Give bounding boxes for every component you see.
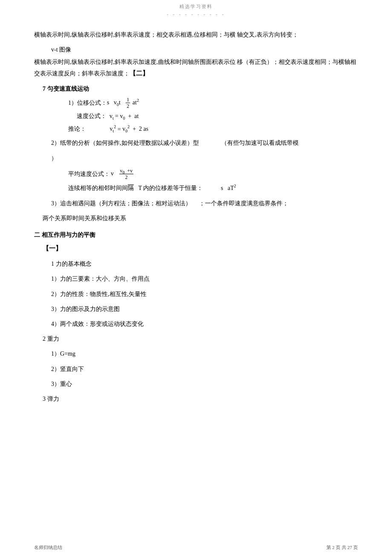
formula-displacement-block: 1）位移公式： s v0t 1 2 at2 速度公式： vt = v0 + at… [68,97,358,135]
avg-speed-block: 平均速度公式： v v0 +v 2 [68,168,358,181]
bracket-yi: 【一】 [43,243,358,254]
frac-avg: v0 +v 2 [119,168,134,181]
section7-title: 7 匀变速直线运动 [43,83,358,94]
force4: 4）两个成效：形变或运动状态变化 [51,319,358,329]
para1-text: 横轴表示时间,纵轴表示位移时,斜率表示速度；相交表示相遇,位移相同；与横 轴交叉… [34,32,298,38]
deduction-formula: vt2 = v02 + 2 as [102,123,148,135]
gravity1: 1）G=mg [51,348,358,359]
page-footer: 名师归纳总结 第 2 页 共 27 页 [34,544,358,551]
paragraph-vt: 横轴表示时间,纵轴表示位移时,斜率表示加速度,曲线和时间轴所围面积表示位 移（有… [34,57,358,79]
avg-speed-line: 平均速度公式： v v0 +v 2 [68,168,358,181]
consecutive-label: 连续相等的相邻时间间隔 T 内的位移差等于恒量： [68,185,203,191]
formula-speed-line: 速度公式： vt = v0 + at [77,110,358,122]
speed-formula: = v0 + at [115,110,138,122]
item2-text: 2）纸带的分析（如何操作,如何处理数据以减小误差）型 [51,140,199,146]
formula-deduction-line: 推论： vt2 = v02 + 2 as [68,123,358,135]
force3: 3）力的图示及力的示意图 [51,304,358,314]
page-header-title: 精选学习资料 [0,0,392,12]
footer-left: 名师归纳总结 [34,544,62,551]
consecutive-para: 连续相等的相邻时间间隔 T 内的位移差等于恒量： s aT2 [68,183,358,193]
section-force: 1 力的基本概念 [51,259,358,269]
paragraph-xt: 横轴表示时间,纵轴表示位移时,斜率表示速度；相交表示相遇,位移相同；与横 轴交叉… [34,29,358,40]
page-header-line: - - - - - - - - - - [0,12,392,17]
speed-label: 速度公式： vt [77,110,115,122]
formula-displacement-line: 1）位移公式： s v0t 1 2 at2 [68,97,358,109]
item2-para: 2）纸带的分析（如何操作,如何处理数据以减小误差）型 （有些匀加速可以看成纸带模 [51,138,358,148]
item3-text: 3）追击相遇问题（列方程法；图像法；相对运动法） [51,200,191,207]
gravity-section: 2 重力 [43,334,358,344]
deduction-label: 推论： [68,123,102,135]
para2-text: 横轴表示时间,纵轴表示位移时,斜率表示加速度,曲线和时间轴所围面积表示位 移（有… [34,59,356,76]
footer-right: 第 2 页 共 27 页 [326,544,358,551]
force2: 2）力的性质：物质性,相互性,矢量性 [51,289,358,299]
frac-half: 1 2 [126,97,130,109]
gravity3: 3）重心 [51,379,358,389]
avg-speed-label: 平均速度公式： [68,168,111,180]
vt-label: v-t 图像 [51,44,358,55]
section2-title: 二 相互作用与力的平衡 [34,230,358,240]
item2-close: ） [51,153,358,164]
force1: 1）力的三要素：大小、方向、作用点 [51,273,358,284]
avg-speed-formula: v v0 +v 2 [111,168,134,181]
item3-note: ；一个条件即速度满意临界条件； [199,200,288,207]
gravity2: 2）竖直向下 [51,364,358,374]
para3: 两个关系即时间关系和位移关系 [43,213,358,224]
item2-note: （有些匀加速可以看成纸带模 [221,140,299,146]
displacement-formula: s v0t 1 2 at2 [107,97,139,109]
item3-para: 3）追击相遇问题（列方程法；图像法；相对运动法） ；一个条件即速度满意临界条件； [51,198,358,209]
elastic-section: 3 弹力 [43,394,358,404]
item1-label: 1）位移公式： [68,97,107,109]
bracket-er: 【二】 [130,70,149,77]
consecutive-formula: s aT2 [221,185,236,191]
